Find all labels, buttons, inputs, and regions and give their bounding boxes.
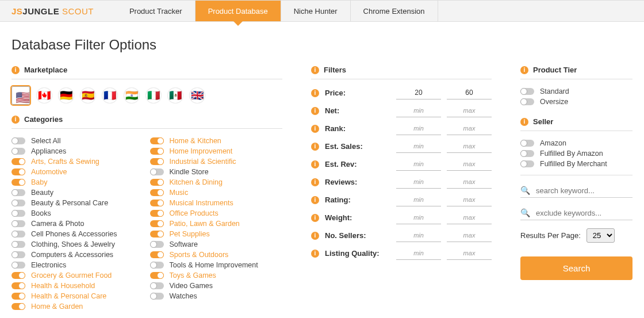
option-toggle[interactable] <box>520 98 534 105</box>
category-toggle[interactable] <box>12 220 25 227</box>
category-label[interactable]: Home & Garden <box>31 302 83 311</box>
nav-item-chrome-extension[interactable]: Chrome Extension <box>351 1 438 21</box>
category-toggle[interactable] <box>150 200 164 206</box>
category-toggle[interactable] <box>12 210 25 217</box>
option-toggle[interactable] <box>520 150 534 157</box>
filter-max-input[interactable] <box>447 86 492 99</box>
category-toggle[interactable] <box>150 137 164 144</box>
filter-min-input[interactable] <box>396 158 441 171</box>
category-toggle[interactable] <box>12 158 25 165</box>
marketplace-flag[interactable]: 🇲🇽 <box>168 88 183 103</box>
category-toggle[interactable] <box>12 241 25 248</box>
category-label[interactable]: Home & Kitchen <box>170 137 221 145</box>
option-toggle[interactable] <box>520 140 534 147</box>
category-toggle[interactable] <box>12 282 25 289</box>
category-label[interactable]: Computers & Accessories <box>31 251 113 259</box>
filter-min-input[interactable] <box>396 229 441 242</box>
marketplace-flag[interactable]: 🇺🇸 <box>12 86 30 105</box>
marketplace-flag[interactable]: 🇨🇦 <box>37 88 52 103</box>
filter-max-input[interactable] <box>447 211 492 224</box>
category-toggle[interactable] <box>12 200 25 206</box>
search-button[interactable]: Search <box>520 256 632 280</box>
filter-min-input[interactable] <box>396 104 441 117</box>
category-label[interactable]: Patio, Lawn & Garden <box>170 220 240 228</box>
marketplace-flag[interactable]: 🇮🇳 <box>124 88 139 103</box>
nav-item-niche-hunter[interactable]: Niche Hunter <box>281 1 351 21</box>
category-label[interactable]: Music <box>170 189 189 197</box>
category-toggle[interactable] <box>150 168 164 175</box>
category-toggle[interactable] <box>12 189 25 196</box>
category-label[interactable]: Books <box>31 209 51 217</box>
category-toggle[interactable] <box>150 282 164 289</box>
category-toggle[interactable] <box>12 272 25 279</box>
category-label[interactable]: Beauty <box>31 189 53 197</box>
filter-min-input[interactable] <box>396 211 441 224</box>
category-label[interactable]: Pet Supplies <box>170 230 210 238</box>
category-label[interactable]: Kindle Store <box>170 168 209 176</box>
category-toggle[interactable] <box>12 251 25 258</box>
category-toggle[interactable] <box>12 179 25 186</box>
nav-item-product-database[interactable]: Product Database <box>195 1 281 21</box>
marketplace-flag[interactable]: 🇮🇹 <box>146 88 161 103</box>
category-toggle[interactable] <box>12 262 25 269</box>
filter-max-input[interactable] <box>447 229 492 242</box>
category-label[interactable]: Health & Household <box>31 282 95 290</box>
category-label[interactable]: Arts, Crafts & Sewing <box>31 158 99 166</box>
category-toggle[interactable] <box>150 189 164 196</box>
option-toggle[interactable] <box>520 88 534 95</box>
category-toggle[interactable] <box>150 241 164 248</box>
category-toggle[interactable] <box>150 272 164 279</box>
category-toggle[interactable] <box>12 231 25 237</box>
category-toggle[interactable] <box>12 137 25 144</box>
filter-min-input[interactable] <box>396 122 441 135</box>
category-toggle[interactable] <box>12 293 25 300</box>
category-toggle[interactable] <box>150 148 164 155</box>
category-label[interactable]: Appliances <box>31 147 66 155</box>
category-label[interactable]: Tools & Home Improvement <box>170 261 258 269</box>
option-toggle[interactable] <box>520 160 534 167</box>
filter-max-input[interactable] <box>447 122 492 135</box>
category-label[interactable]: Industrial & Scientific <box>170 158 236 166</box>
category-label[interactable]: Office Products <box>170 209 218 217</box>
category-label[interactable]: Musical Instruments <box>170 199 233 207</box>
category-label[interactable]: Electronics <box>31 261 66 269</box>
marketplace-flag[interactable]: 🇬🇧 <box>190 88 205 103</box>
category-label[interactable]: Kitchen & Dining <box>170 178 223 186</box>
filter-max-input[interactable] <box>447 140 492 153</box>
category-toggle[interactable] <box>150 158 164 165</box>
filter-max-input[interactable] <box>447 193 492 206</box>
results-per-page-select[interactable]: 25 <box>586 228 615 243</box>
marketplace-flag[interactable]: 🇩🇪 <box>59 88 74 103</box>
category-label[interactable]: Select All <box>31 137 60 145</box>
category-label[interactable]: Watches <box>170 292 197 300</box>
nav-item-product-tracker[interactable]: Product Tracker <box>117 1 195 21</box>
filter-max-input[interactable] <box>447 104 492 117</box>
category-toggle[interactable] <box>12 303 25 310</box>
filter-max-input[interactable] <box>447 158 492 171</box>
category-toggle[interactable] <box>12 168 25 175</box>
filter-min-input[interactable] <box>396 140 441 153</box>
category-toggle[interactable] <box>150 210 164 217</box>
category-toggle[interactable] <box>150 262 164 269</box>
category-label[interactable]: Grocery & Gourmet Food <box>31 271 112 279</box>
category-label[interactable]: Video Games <box>170 282 213 290</box>
category-label[interactable]: Beauty & Personal Care <box>31 199 108 207</box>
category-label[interactable]: Camera & Photo <box>31 220 84 228</box>
category-label[interactable]: Clothing, Shoes & Jewelry <box>31 240 115 248</box>
category-label[interactable]: Sports & Outdoors <box>170 251 229 259</box>
category-label[interactable]: Software <box>170 240 198 248</box>
filter-max-input[interactable] <box>447 247 492 260</box>
filter-min-input[interactable] <box>396 247 441 260</box>
search-keyword-input[interactable] <box>536 186 632 195</box>
filter-min-input[interactable] <box>396 193 441 206</box>
filter-min-input[interactable] <box>396 86 441 99</box>
filter-max-input[interactable] <box>447 175 492 189</box>
category-toggle[interactable] <box>150 220 164 227</box>
category-toggle[interactable] <box>12 148 25 155</box>
category-label[interactable]: Toys & Games <box>170 271 216 279</box>
category-toggle[interactable] <box>150 231 164 237</box>
category-label[interactable]: Cell Phones & Accessories <box>31 230 117 238</box>
category-label[interactable]: Health & Personal Care <box>31 292 106 300</box>
category-label[interactable]: Home Improvement <box>170 147 233 155</box>
category-label[interactable]: Baby <box>31 178 48 186</box>
